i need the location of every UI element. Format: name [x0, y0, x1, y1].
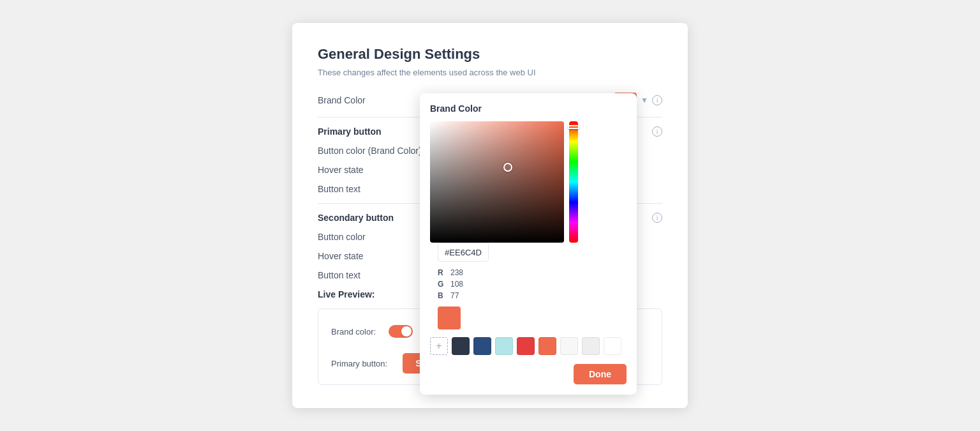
color-gradient-area[interactable]: [430, 121, 564, 243]
preset-color-3[interactable]: [495, 337, 513, 355]
b-label: B: [438, 291, 447, 300]
page-subtitle: These changes affect the elements used a…: [318, 68, 662, 77]
color-preview-swatch: [438, 306, 461, 329]
secondary-button-info-icon[interactable]: i: [652, 213, 662, 223]
r-row: R 238: [438, 268, 492, 277]
preset-colors: +: [430, 337, 627, 355]
b-row: B 77: [438, 291, 492, 300]
gradient-base: [430, 121, 564, 243]
page-title: General Design Settings: [318, 46, 662, 63]
primary-button-preview-label: Primary button:: [331, 359, 387, 368]
hue-slider-wrap[interactable]: [569, 121, 578, 243]
brand-color-toggle[interactable]: [389, 325, 413, 338]
r-value: 238: [450, 268, 463, 277]
color-right-panel: R 238 G 108 B 77: [438, 243, 492, 329]
preset-color-8[interactable]: [604, 337, 621, 355]
design-settings-card: General Design Settings These changes af…: [292, 23, 688, 408]
hex-input[interactable]: [438, 243, 489, 262]
g-value: 108: [450, 280, 463, 289]
preset-color-4[interactable]: [517, 337, 535, 355]
r-label: R: [438, 268, 447, 277]
brand-color-preview-label: Brand color:: [331, 327, 376, 336]
primary-button-info-icon[interactable]: i: [652, 126, 662, 137]
g-row: G 108: [438, 280, 492, 289]
chevron-down-icon[interactable]: ▼: [641, 96, 648, 105]
g-label: G: [438, 280, 447, 289]
color-picker-controls: R 238 G 108 B 77: [430, 121, 627, 329]
brand-color-info-icon[interactable]: i: [652, 95, 662, 105]
picker-dot[interactable]: [503, 163, 512, 172]
preset-color-5[interactable]: [538, 337, 556, 355]
hue-thumb: [568, 125, 579, 129]
color-picker-title: Brand Color: [430, 103, 627, 114]
hue-slider[interactable]: [569, 121, 578, 243]
b-value: 77: [450, 291, 459, 300]
preset-color-7[interactable]: [582, 337, 600, 355]
done-button[interactable]: Done: [574, 364, 627, 384]
color-picker-popup: Brand Color R 238 G 108: [420, 93, 637, 395]
preset-color-1[interactable]: [452, 337, 470, 355]
add-preset-color-button[interactable]: +: [430, 337, 448, 355]
preset-color-2[interactable]: [473, 337, 491, 355]
preset-color-6[interactable]: [560, 337, 578, 355]
